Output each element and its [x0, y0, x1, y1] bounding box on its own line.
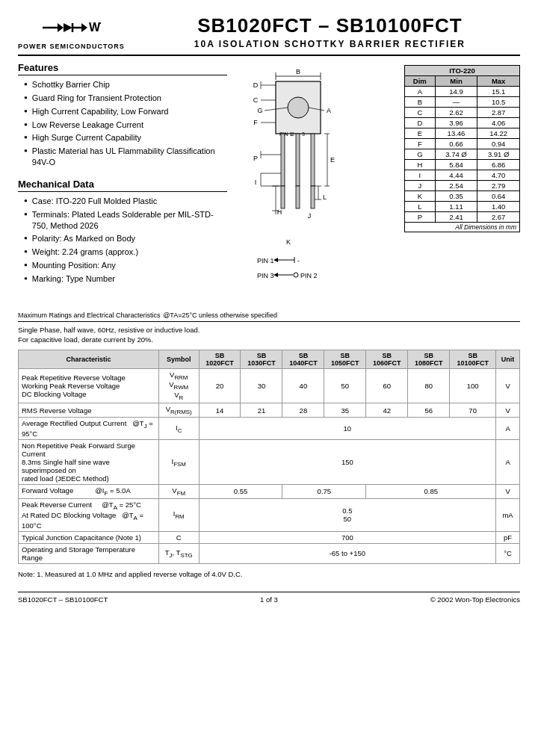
unit-cell: V [496, 368, 520, 403]
val-cell: 40 [282, 368, 324, 403]
svg-text:WTE: WTE [89, 21, 101, 34]
svg-rect-27 [281, 134, 285, 186]
table-row: C2.622.87 [405, 108, 520, 118]
dim-cell: A [405, 87, 436, 97]
dim-cell: 5.84 [435, 160, 477, 170]
val-cell: 56 [408, 403, 450, 418]
symbol-cell: IFSM [158, 440, 199, 485]
dim-cell: I [405, 170, 436, 181]
val-cell: 50 [324, 368, 366, 403]
svg-text:A: A [327, 107, 331, 114]
dim-cell: 3.91 Ø [477, 149, 520, 160]
list-item: Polarity: As Marked on Body [24, 233, 227, 244]
svg-text:B: B [296, 68, 300, 75]
svg-text:L: L [323, 193, 327, 201]
val-cell: 0.75 [282, 485, 366, 499]
list-item: Terminals: Plated Leads Solderable per M… [24, 209, 227, 232]
dim-cell: 2.87 [477, 108, 520, 118]
char-name: Operating and Storage Temperature Range [19, 543, 159, 563]
val-cell: 28 [282, 403, 324, 418]
dim-cell: 14.9 [435, 87, 477, 97]
char-name: RMS Reverse Voltage [19, 403, 159, 418]
dim-cell: 2.54 [435, 181, 477, 191]
val-cell: 20 [199, 368, 241, 403]
char-name: Typical Junction Capacitance (Note 1) [19, 531, 159, 543]
symbol-cell: C [158, 531, 199, 543]
table-row: I4.444.70 [405, 170, 520, 181]
svg-text:2: 2 [291, 131, 294, 137]
dim-table-container: ITO-220 Dim Min Max A14.915.1B—10.5C2.62… [404, 65, 520, 298]
svg-text:P: P [253, 155, 258, 162]
char-name: Non Repetitive Peak Forward Surge Curren… [19, 440, 159, 485]
list-item: High Current Capability, Low Forward [24, 106, 227, 117]
footer-left: SB1020FCT – SB10100FCT [18, 595, 108, 604]
list-item: Marking: Type Number [24, 273, 227, 285]
table-row: A14.915.1 [405, 87, 520, 97]
logo-tagline: POWER SEMICONDUCTORS [18, 43, 125, 50]
symbol-cell: VRRMVRWMVR [158, 368, 199, 403]
table-row: Peak Repetitive Reverse VoltageWorking P… [19, 368, 520, 403]
mechanical-title: Mechanical Data [18, 179, 227, 192]
unit-cell: pF [496, 531, 520, 543]
char-name: Peak Repetitive Reverse VoltageWorking P… [19, 368, 159, 403]
val-cell: 0.55 [199, 485, 282, 499]
dim-cell: 0.94 [477, 139, 520, 149]
table-row: RMS Reverse Voltage VR(RMS) 14 21 28 35 … [19, 403, 520, 418]
list-item: Weight: 2.24 grams (approx.) [24, 247, 227, 258]
dim-cell: 3.74 Ø [435, 149, 477, 160]
table-row: Non Repetitive Peak Forward Surge Curren… [19, 440, 520, 485]
val-cell: 30 [241, 368, 282, 403]
features-list: Schottky Barrier Chip Guard Ring for Tra… [18, 79, 227, 168]
dim-cell: 1.40 [477, 202, 520, 212]
dim-cell: 0.64 [477, 191, 520, 202]
dim-cell: 6.86 [477, 160, 520, 170]
val-cell: 0.85 [366, 485, 496, 499]
unit-cell: V [496, 485, 520, 499]
table-row: H5.846.86 [405, 160, 520, 170]
table-row: Typical Junction Capacitance (Note 1) C … [19, 531, 520, 543]
unit-cell: A [496, 418, 520, 440]
val-cell: 60 [366, 368, 408, 403]
val-cell-span: 700 [199, 531, 496, 543]
svg-text:C: C [253, 96, 259, 104]
svg-marker-1 [58, 23, 64, 32]
dim-cell: 4.70 [477, 170, 520, 181]
ratings-title: Maximum Ratings and Electrical Character… [18, 309, 520, 322]
svg-text:G: G [257, 107, 262, 114]
note-section: Note: 1. Measured at 1.0 MHz and applied… [18, 570, 520, 578]
col-header-min: Min [435, 76, 477, 87]
list-item: Mounting Position: Any [24, 260, 227, 271]
dim-cell: 10.5 [477, 97, 520, 108]
dim-cell: 14.22 [477, 128, 520, 139]
table-row: P2.412.67 [405, 212, 520, 223]
diagram-col: B C PIN 1 2 3 G [235, 62, 520, 298]
val-cell: 42 [366, 403, 408, 418]
footer-right: © 2002 Won-Top Electronics [430, 595, 520, 604]
svg-point-62 [294, 273, 298, 277]
table-row: D3.964.06 [405, 118, 520, 128]
th-sb1080: SB1080FCT [408, 350, 450, 368]
dim-table-title: ITO-220 [404, 65, 520, 75]
symbol-cell: IRM [158, 498, 199, 531]
dim-cell: — [435, 97, 477, 108]
dim-cell: 4.44 [435, 170, 477, 181]
list-item: Plastic Material has UL Flammability Cla… [24, 146, 227, 168]
dimension-table: Dim Min Max A14.915.1B—10.5C2.622.87D3.9… [404, 75, 520, 223]
table-row: F0.660.94 [405, 139, 520, 149]
table-row: G3.74 Ø3.91 Ø [405, 149, 520, 160]
svg-rect-51 [311, 186, 315, 208]
dim-cell: 13.46 [435, 128, 477, 139]
page-footer: SB1020FCT – SB10100FCT 1 of 3 © 2002 Won… [18, 592, 520, 604]
svg-rect-50 [296, 186, 300, 208]
list-item: Case: ITO-220 Full Molded Plastic [24, 196, 227, 207]
dim-cell: H [405, 160, 436, 170]
svg-text:PIN 1: PIN 1 [257, 257, 274, 264]
char-name: Peak Reverse Current @TA = 25°CAt Rated … [19, 498, 159, 531]
svg-point-14 [288, 97, 309, 118]
svg-text:E: E [330, 156, 335, 164]
col-header-dim: Dim [405, 76, 436, 87]
ratings-note: Single Phase, half wave, 60Hz, resistive… [18, 325, 520, 345]
svg-text:J: J [308, 212, 312, 220]
table-row: Forward Voltage @IF = 5.0A VFM 0.55 0.75… [19, 485, 520, 499]
val-cell-span: -65 to +150 [199, 543, 496, 563]
